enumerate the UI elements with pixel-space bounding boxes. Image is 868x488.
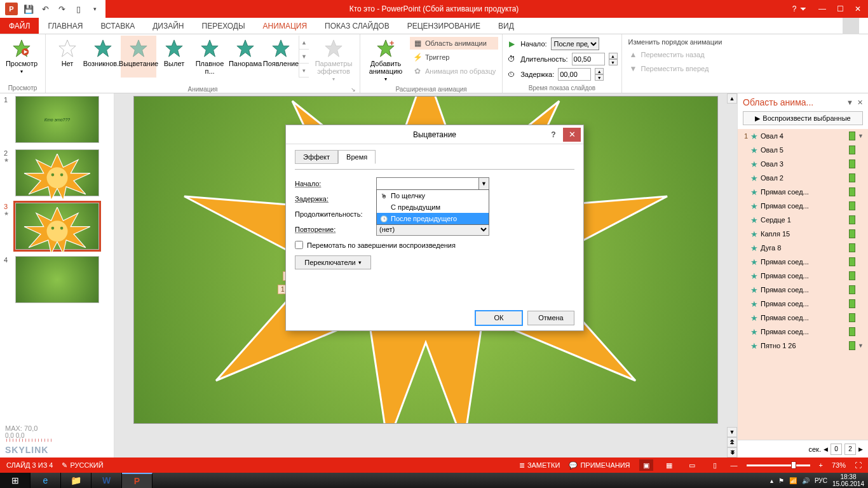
order-2[interactable]: 2	[844, 444, 856, 455]
animation-list-item[interactable]: ★Прямая соед...	[738, 255, 868, 269]
tab-view[interactable]: ВИД	[489, 18, 523, 34]
undo-icon[interactable]: ↶	[39, 3, 51, 15]
animation-pane-button[interactable]: ▦Область анимации	[410, 37, 498, 50]
zoom-slider[interactable]	[747, 464, 810, 466]
reading-view-icon[interactable]: ▭	[685, 459, 699, 471]
tray-lang[interactable]: РУС	[815, 477, 827, 484]
tray-clock[interactable]: 18:3815.06.2014	[832, 473, 864, 487]
trigger-button[interactable]: ⚡Триггер	[410, 51, 498, 64]
anim-float[interactable]: Плавное п...	[192, 36, 227, 78]
animation-list-item[interactable]: ★Прямая соед...	[738, 325, 868, 339]
fit-window-icon[interactable]: ⛶	[855, 461, 862, 469]
dialog-launcher-icon[interactable]: ↘	[351, 86, 356, 93]
animation-list-item[interactable]: ★Овал 5	[738, 143, 868, 157]
opt-with-previous[interactable]: С предыдущим	[377, 201, 489, 213]
account-icon[interactable]	[843, 18, 859, 34]
tray-flag-icon[interactable]: ⚑	[778, 477, 784, 484]
order-0[interactable]: 0	[831, 444, 842, 455]
animation-list-item[interactable]: ★Прямая соед...	[738, 185, 868, 199]
prev-slide-icon[interactable]: ⯭	[727, 437, 737, 447]
animation-list-item[interactable]: ★Прямая соед...	[738, 297, 868, 311]
thumbnail-3[interactable]: 3★	[4, 203, 110, 250]
timeline-right-icon[interactable]: ▶	[858, 446, 863, 452]
animation-list-item[interactable]: ★Дуга 8	[738, 241, 868, 255]
maximize-icon[interactable]: ☐	[832, 3, 848, 15]
pane-dropdown-icon[interactable]: ▼	[846, 98, 853, 107]
dialog-tab-time[interactable]: Время	[338, 150, 376, 164]
tab-file[interactable]: ФАЙЛ	[0, 18, 39, 34]
minimize-icon[interactable]: —	[815, 3, 830, 15]
tray-volume-icon[interactable]: 🔊	[802, 477, 810, 484]
taskbar-ie[interactable]: e	[31, 473, 61, 488]
opt-on-click[interactable]: 🖱По щелчку	[377, 190, 489, 201]
redo-icon[interactable]: ↷	[56, 3, 67, 15]
tab-design[interactable]: ДИЗАЙН	[144, 18, 193, 34]
opt-after-previous[interactable]: 🕒После предыдущего	[377, 213, 489, 224]
animation-list-item[interactable]: ★Пятно 1 26▼	[738, 339, 868, 353]
tab-transitions[interactable]: ПЕРЕХОДЫ	[193, 18, 254, 34]
ribbon-display-icon[interactable]: ⏷	[799, 3, 807, 15]
gallery-down-icon[interactable]: ▼	[299, 50, 309, 64]
gallery-up-icon[interactable]: ▲	[299, 36, 309, 50]
anim-appear[interactable]: Возникнов...	[85, 36, 121, 78]
slide-counter[interactable]: СЛАЙД 3 ИЗ 4	[6, 461, 53, 469]
animation-list-item[interactable]: ★Прямая соед...	[738, 269, 868, 283]
start-select[interactable]: После пред...	[551, 37, 599, 50]
dialog-help-icon[interactable]: ?	[545, 128, 562, 142]
animation-list-item[interactable]: ★Прямая соед...	[738, 311, 868, 325]
taskbar-explorer[interactable]: 📁	[61, 473, 92, 488]
dlg-ok-button[interactable]: ОК	[475, 311, 522, 325]
start-slideshow-icon[interactable]: ▯	[72, 3, 84, 15]
vertical-scrollbar[interactable]: ▲ ▼ ⯭ ⯯	[727, 93, 737, 458]
anim-shape[interactable]: Появление	[263, 36, 299, 78]
duration-input[interactable]	[572, 53, 605, 65]
taskbar-powerpoint[interactable]: P	[122, 473, 153, 488]
timeline-left-icon[interactable]: ◀	[824, 446, 828, 452]
save-icon[interactable]: 💾	[23, 3, 34, 15]
zoom-level[interactable]: 73%	[832, 461, 846, 469]
thumbnail-4[interactable]: 4	[4, 256, 110, 303]
tab-insert[interactable]: ВСТАВКА	[92, 18, 144, 34]
animation-list-item[interactable]: ★Овал 3	[738, 157, 868, 171]
animation-list-item[interactable]: ★Прямая соед...	[738, 199, 868, 213]
dialog-title-bar[interactable]: Выцветание ? ✕	[286, 125, 583, 144]
spin-up-icon[interactable]: ▲	[609, 53, 618, 59]
zoom-in-icon[interactable]: +	[819, 461, 823, 469]
dlg-repeat-select[interactable]: (нет)	[376, 223, 489, 236]
dialog-tab-effect[interactable]: Эффект	[295, 150, 338, 164]
preview-button[interactable]: Просмотр▾	[4, 36, 39, 77]
dlg-triggers-button[interactable]: Переключатели▾	[295, 255, 371, 269]
next-slide-icon[interactable]: ⯯	[727, 447, 737, 458]
animation-list-item[interactable]: ★Капля 15	[738, 227, 868, 241]
close-icon[interactable]: ✕	[850, 3, 865, 15]
sorter-view-icon[interactable]: ▦	[662, 459, 676, 471]
play-selected-button[interactable]: ▶Воспроизвести выбранные	[743, 111, 863, 125]
dialog-close-icon[interactable]: ✕	[563, 128, 581, 142]
dlg-rewind-checkbox[interactable]	[295, 241, 303, 249]
notes-button[interactable]: ≣ЗАМЕТКИ	[519, 461, 560, 470]
pane-close-icon[interactable]: ✕	[857, 98, 863, 107]
tray-expand-icon[interactable]: ▴	[770, 477, 773, 484]
thumbnail-2[interactable]: 2★	[4, 149, 110, 196]
tab-home[interactable]: ГЛАВНАЯ	[39, 18, 92, 34]
scroll-up-icon[interactable]: ▲	[727, 93, 737, 104]
comments-button[interactable]: 💬ПРИМЕЧАНИЯ	[569, 461, 630, 470]
gallery-more-icon[interactable]: ▾	[299, 64, 309, 78]
delay-input[interactable]	[558, 68, 591, 81]
tab-slideshow[interactable]: ПОКАЗ СЛАЙДОВ	[316, 18, 398, 34]
dlg-start-combo[interactable]: ▼ 🖱По щелчку С предыдущим 🕒После предыду…	[376, 177, 489, 190]
animation-list-item[interactable]: ★Сердце 1	[738, 213, 868, 227]
animation-list-item[interactable]: ★Овал 2	[738, 171, 868, 185]
anim-none[interactable]: Нет	[50, 36, 85, 78]
spin-down-icon[interactable]: ▼	[595, 74, 604, 81]
dlg-cancel-button[interactable]: Отмена	[527, 311, 574, 325]
anim-panorama[interactable]: Панорама	[227, 36, 263, 78]
thumbnail-1[interactable]: 1 Кто это???	[4, 96, 110, 143]
scroll-down-icon[interactable]: ▼	[727, 427, 737, 437]
zoom-out-icon[interactable]: —	[731, 461, 738, 469]
help-icon[interactable]: ?	[792, 3, 797, 15]
tab-review[interactable]: РЕЦЕНЗИРОВАНИЕ	[398, 18, 489, 34]
normal-view-icon[interactable]: ▣	[639, 459, 653, 471]
anim-fade[interactable]: Выцветание	[121, 36, 156, 78]
tab-animation[interactable]: АНИМАЦИЯ	[254, 18, 316, 34]
